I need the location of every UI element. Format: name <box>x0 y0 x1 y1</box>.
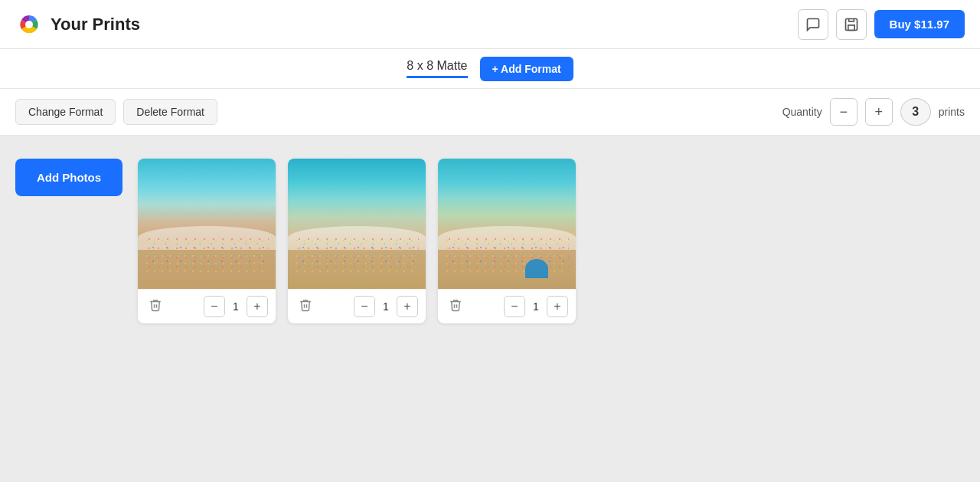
photo-quantity-controls: − 1 + <box>204 296 268 317</box>
beach-people <box>295 234 419 274</box>
photo-card: − 1 + <box>438 159 576 323</box>
photo-controls: − 1 + <box>288 289 426 323</box>
quantity-count: 3 <box>900 98 931 126</box>
photo-qty-value: 1 <box>230 300 242 313</box>
beach-umbrella <box>525 259 548 278</box>
main-content: Add Photos − 1 <box>0 136 980 482</box>
prints-label: prints <box>939 106 965 118</box>
photo-controls: − 1 + <box>138 289 276 323</box>
trash-icon <box>299 298 312 312</box>
photos-grid: − 1 + <box>138 159 576 323</box>
chat-icon <box>805 17 821 32</box>
photo-controls: − 1 + <box>438 289 576 323</box>
header-left: Your Prints <box>15 11 140 38</box>
photo-qty-decrease[interactable]: − <box>204 296 225 317</box>
delete-format-button[interactable]: Delete Format <box>123 99 217 125</box>
delete-photo-button[interactable] <box>296 297 315 316</box>
photo-qty-increase[interactable]: + <box>397 296 418 317</box>
app-logo <box>15 11 43 38</box>
photo-qty-increase[interactable]: + <box>247 296 268 317</box>
add-photos-button[interactable]: Add Photos <box>15 159 122 196</box>
tab-bar: 8 x 8 Matte + Add Format <box>0 49 980 89</box>
beach-people <box>145 234 269 274</box>
quantity-increase-button[interactable]: + <box>865 98 893 126</box>
beach-people <box>445 234 569 274</box>
app-title: Your Prints <box>51 15 140 34</box>
toolbar-left: Change Format Delete Format <box>15 99 217 125</box>
save-button[interactable] <box>836 9 867 40</box>
trash-icon <box>149 298 162 312</box>
quantity-decrease-button[interactable]: − <box>830 98 858 126</box>
photo-quantity-controls: − 1 + <box>354 296 418 317</box>
photo-qty-value: 1 <box>380 300 392 313</box>
header-right: Buy $11.97 <box>798 9 965 40</box>
chat-button[interactable] <box>798 9 828 40</box>
add-format-button[interactable]: + Add Format <box>480 57 573 81</box>
photo-image <box>288 159 426 289</box>
photo-qty-decrease[interactable]: − <box>354 296 375 317</box>
toolbar: Change Format Delete Format Quantity − +… <box>0 89 980 136</box>
tab-8x8-matte[interactable]: 8 x 8 Matte <box>407 59 467 78</box>
app-header: Your Prints Buy $11.97 <box>0 0 980 49</box>
photo-quantity-controls: − 1 + <box>504 296 568 317</box>
photo-card: − 1 + <box>138 159 276 323</box>
photo-image <box>438 159 576 289</box>
save-icon <box>844 17 859 32</box>
delete-photo-button[interactable] <box>145 297 165 316</box>
change-format-button[interactable]: Change Format <box>15 99 116 125</box>
photo-qty-increase[interactable]: + <box>547 296 568 317</box>
photo-qty-value: 1 <box>530 300 542 313</box>
delete-photo-button[interactable] <box>446 297 466 316</box>
photo-card: − 1 + <box>288 159 426 323</box>
trash-icon <box>449 298 462 312</box>
photo-image <box>138 159 276 289</box>
svg-point-1 <box>25 21 33 28</box>
toolbar-right: Quantity − + 3 prints <box>782 98 965 126</box>
photo-qty-decrease[interactable]: − <box>504 296 525 317</box>
buy-button[interactable]: Buy $11.97 <box>874 10 965 38</box>
quantity-label: Quantity <box>782 106 822 118</box>
